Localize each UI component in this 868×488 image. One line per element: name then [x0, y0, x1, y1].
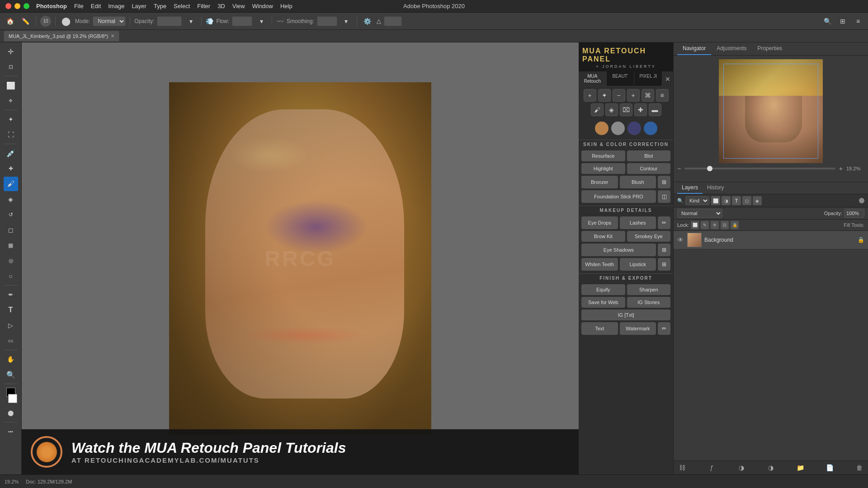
tab-adjustments[interactable]: Adjustments [711, 42, 752, 55]
quick-mask-tool[interactable]: ⬤ [4, 406, 18, 420]
mua-tool-pipe[interactable]: ⌧ [620, 103, 632, 116]
stamp-tool[interactable]: ◈ [4, 192, 18, 206]
arrangement-button[interactable]: ⊞ [836, 15, 849, 28]
btn-blot[interactable]: Blot [627, 150, 671, 161]
btn-eye-drops[interactable]: Eye Drops [581, 216, 618, 229]
lasso-tool[interactable]: ⌖ [4, 94, 18, 108]
brush-tool-left[interactable]: 🖌 [4, 177, 18, 191]
btn-ig-stories[interactable]: IG Stories [627, 297, 671, 308]
brush-settings[interactable]: ⚙️ [361, 15, 374, 28]
tab-properties[interactable]: Properties [752, 42, 788, 55]
btn-brow-kit[interactable]: Brow Kit [581, 231, 625, 242]
lock-all-btn[interactable]: 🔒 [731, 221, 739, 229]
layers-filter-type[interactable]: Kind [685, 196, 709, 205]
btn-smokey-eye[interactable]: Smokey Eye [627, 231, 671, 242]
btn-equify[interactable]: Equify [581, 284, 625, 295]
filter-shape-btn[interactable]: ◻ [742, 196, 751, 205]
add-style-btn[interactable]: ƒ [707, 463, 717, 473]
btn-text[interactable]: Text [581, 322, 618, 335]
tab-layers[interactable]: Layers [677, 182, 703, 194]
shape-tool[interactable]: ▭ [4, 333, 18, 348]
magic-wand-tool[interactable]: ✦ [4, 112, 18, 127]
healing-tool[interactable]: ✚ [4, 161, 18, 176]
menu-help[interactable]: Help [280, 3, 292, 9]
filter-smart-btn[interactable]: ◈ [753, 196, 762, 205]
swatch-tan[interactable] [595, 122, 609, 135]
maximize-button[interactable] [24, 3, 29, 9]
brush-size-indicator[interactable]: 10 [40, 16, 51, 27]
mua-panel-close[interactable]: ✕ [662, 75, 673, 84]
new-layer-btn[interactable]: 📄 [825, 463, 835, 473]
close-button[interactable] [5, 3, 11, 9]
background-color[interactable] [8, 394, 17, 403]
tab-navigator[interactable]: Navigator [677, 42, 711, 55]
delete-layer-btn[interactable]: 🗑 [854, 463, 864, 473]
smoothing-input[interactable]: 0% [317, 16, 337, 26]
mua-tool10[interactable]: ▬ [649, 103, 661, 116]
filter-adj-btn[interactable]: ◑ [722, 196, 731, 205]
menu-file[interactable]: File [74, 3, 84, 9]
blend-mode-select[interactable]: Normal [677, 209, 722, 218]
extra-tools[interactable]: ••• [4, 424, 18, 439]
mua-add-btn[interactable]: + [584, 89, 596, 102]
pen-tool[interactable]: ✒ [4, 287, 18, 302]
marquee-tool[interactable]: ⬜ [4, 78, 18, 93]
path-selection-tool[interactable]: ▷ [4, 318, 18, 333]
blur-tool[interactable]: ◎ [4, 253, 18, 268]
menu-3d[interactable]: 3D [217, 3, 225, 9]
zoom-tool[interactable]: 🔍 [4, 367, 18, 382]
mua-star-btn[interactable]: ✦ [598, 89, 611, 102]
menu-image[interactable]: Image [108, 3, 124, 9]
btn-foundation-icon[interactable]: ◫ [658, 190, 670, 203]
menu-edit[interactable]: Edit [91, 3, 101, 9]
type-tool[interactable]: T [4, 303, 18, 317]
opacity-input[interactable]: 100% [157, 16, 182, 26]
btn-save-web[interactable]: Save for Web [581, 297, 625, 308]
document-tab[interactable]: MUA_JL_Kimberly_3.psd @ 19.2% (RGB/8*) ✕ [4, 31, 119, 42]
link-layers-btn[interactable]: ⛓ [677, 463, 687, 473]
btn-blush-grid[interactable]: ⊞ [658, 176, 670, 188]
menu-filter[interactable]: Filter [197, 3, 210, 9]
mode-dropdown[interactable]: Normal [93, 16, 126, 26]
lock-gradient-btn[interactable]: ✎ [701, 221, 709, 229]
angle-input[interactable]: 0° [384, 16, 402, 26]
opacity-value[interactable] [844, 209, 864, 218]
btn-watermark[interactable]: Watermark [620, 322, 656, 335]
btn-lipstick[interactable]: Lipstick [620, 258, 656, 271]
mua-minus-btn[interactable]: − [613, 89, 625, 102]
minimize-button[interactable] [14, 3, 20, 9]
btn-foundation[interactable]: Foundation Stick PRO [581, 190, 656, 203]
flow-options[interactable]: ▾ [255, 15, 268, 28]
filter-type-btn[interactable]: T [732, 196, 741, 205]
btn-watermark-icon[interactable]: ✏ [658, 322, 670, 335]
tab-history[interactable]: History [703, 182, 728, 194]
mua-bandaid-btn[interactable]: ✚ [634, 103, 647, 116]
btn-ig-txt[interactable]: IG [Txt] [581, 310, 670, 320]
filter-toggle[interactable] [859, 198, 864, 203]
airbrush-toggle[interactable]: 💨 [206, 18, 213, 25]
layer-row-background[interactable]: 👁 Background 🔒 [674, 231, 868, 249]
swatch-gray[interactable] [611, 122, 625, 135]
mua-tool5[interactable]: ⌘ [642, 89, 654, 102]
btn-contour[interactable]: Contour [627, 163, 671, 174]
new-fill-adj-btn[interactable]: ◑ [766, 463, 776, 473]
gradient-tool[interactable]: ▦ [4, 238, 18, 253]
lock-artboard-btn[interactable]: ⊡ [721, 221, 729, 229]
lock-pixel-btn[interactable]: ⬜ [691, 221, 699, 229]
swatch-dark-blue[interactable] [627, 122, 641, 135]
doc-tab-close[interactable]: ✕ [111, 33, 114, 38]
tab-mua-retouch[interactable]: MUA Retouch [579, 71, 607, 86]
canvas-area[interactable]: RRCG Watch the MUA Retouch Panel Tutoria… [22, 42, 579, 474]
mua-plus2-btn[interactable]: + [627, 89, 640, 102]
smoothing-options[interactable]: ▾ [340, 15, 353, 28]
btn-lashes-icon[interactable]: ✏ [658, 216, 670, 229]
eraser-tool[interactable]: ◻ [4, 223, 18, 237]
btn-eye-shadows[interactable]: Eye Shadows [581, 244, 656, 256]
btn-resurface[interactable]: Resurface [581, 150, 625, 161]
menu-window[interactable]: Window [252, 3, 273, 9]
crop-tool[interactable]: ⛶ [4, 127, 18, 142]
tab-pixel-ji[interactable]: PIXEL JI [634, 71, 662, 86]
workspace-button[interactable]: ≡ [852, 15, 864, 28]
lock-position-btn[interactable]: ✛ [711, 221, 719, 229]
menu-select[interactable]: Select [174, 3, 190, 9]
